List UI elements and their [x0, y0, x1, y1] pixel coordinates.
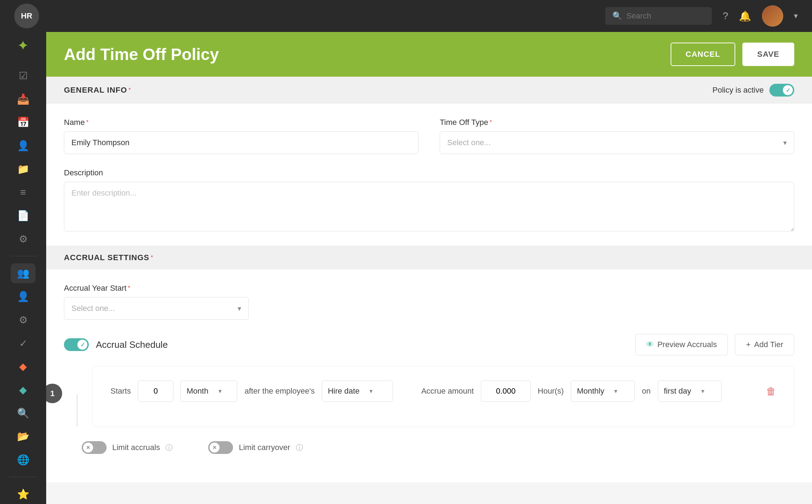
hours-label: Hour(s): [538, 387, 564, 396]
time-off-required: *: [490, 119, 492, 126]
sidebar-item-user2[interactable]: 👤: [11, 287, 36, 307]
topbar-right: 🔍 ? 🔔 ▾: [605, 5, 798, 27]
year-start-select[interactable]: Select one... ▾: [64, 297, 249, 320]
limit-carryover-knob: ✕: [210, 443, 220, 453]
sidebar-item-document[interactable]: 📄: [11, 206, 36, 226]
sidebar-item-search2[interactable]: 🔍: [11, 403, 36, 423]
year-start-chevron-icon: ▾: [231, 304, 248, 313]
check2-icon: ✓: [19, 338, 27, 349]
frequency-chevron-icon: ▾: [610, 387, 622, 395]
after-employee-label: after the employee's: [244, 387, 314, 396]
add-tier-label: Add Tier: [754, 340, 783, 349]
sidebar-divider: [9, 256, 37, 256]
sidebar-item-folder[interactable]: 📁: [11, 159, 36, 179]
add-tier-button[interactable]: + Add Tier: [735, 334, 794, 355]
limit-accruals-label: Limit accruals: [112, 443, 160, 452]
sidebar-item-teal[interactable]: ◆: [11, 380, 36, 400]
sidebar-item-list[interactable]: ≡: [11, 182, 36, 202]
sidebar-item-people[interactable]: 👥: [11, 263, 36, 283]
globe-icon: 🌐: [17, 454, 29, 466]
limit-accruals-knob: ✕: [83, 443, 93, 453]
sidebar-logo[interactable]: ✦: [11, 35, 36, 55]
chevron-down-icon[interactable]: ▾: [794, 11, 798, 21]
sidebar-item-files[interactable]: 📂: [11, 427, 36, 447]
topbar-left: HR: [14, 4, 39, 28]
description-label: Description: [64, 168, 794, 177]
accrual-schedule-row: ✓ Accrual Schedule 👁 Preview Accruals + …: [64, 334, 794, 355]
header-buttons: CANCEL SAVE: [671, 43, 794, 66]
sidebar-item-settings[interactable]: ⚙: [11, 229, 36, 249]
plus-icon: +: [746, 340, 751, 349]
policy-active-toggle[interactable]: ✓: [769, 84, 794, 97]
description-group: Description: [64, 168, 794, 231]
accrual-schedule-toggle[interactable]: ✓: [64, 338, 89, 351]
hire-date-select[interactable]: Hire date ▾: [322, 380, 393, 402]
search-bar[interactable]: 🔍: [605, 7, 712, 25]
limit-accruals-toggle[interactable]: ✕: [82, 441, 107, 454]
delete-tier-button[interactable]: 🗑: [766, 385, 776, 397]
sidebar-item-calendar[interactable]: 📅: [11, 113, 36, 132]
starts-value-input[interactable]: [138, 380, 173, 402]
month-select[interactable]: Month ▾: [180, 380, 237, 402]
name-label: Name: [64, 118, 85, 127]
tier-line: [77, 394, 77, 427]
settings-icon: ⚙: [19, 233, 28, 245]
toggle-knob: ✓: [783, 85, 793, 95]
accrual-toggle-check-icon: ✓: [80, 341, 85, 348]
toggle-check-icon: ✓: [786, 87, 790, 94]
sidebar-item-person[interactable]: 👤: [11, 136, 36, 156]
time-off-type-group: Time Off Type * Select one... ▾: [440, 118, 794, 154]
cancel-button[interactable]: CANCEL: [671, 43, 735, 66]
preview-accruals-button[interactable]: 👁 Preview Accruals: [635, 334, 728, 355]
name-required: *: [86, 119, 88, 126]
accrual-year-row: Accrual Year Start * Select one... ▾: [64, 284, 794, 320]
sidebar-item-inbox[interactable]: 📥: [11, 89, 36, 109]
sidebar-item-check[interactable]: ☑: [11, 66, 36, 86]
save-button[interactable]: SAVE: [742, 43, 794, 66]
sidebar-item-check2[interactable]: ✓: [11, 333, 36, 353]
files-icon: 📂: [17, 431, 29, 442]
gear2-icon: ⚙: [19, 314, 28, 326]
time-off-type-select[interactable]: Select one... ▾: [440, 131, 794, 154]
time-off-label-row: Time Off Type *: [440, 118, 794, 127]
preview-label: Preview Accruals: [657, 340, 717, 349]
hire-date-value: Hire date: [322, 381, 365, 401]
frequency-value: Monthly: [571, 381, 610, 401]
limit-carryover-toggle[interactable]: ✕: [208, 441, 233, 454]
limit-accruals-x-icon: ✕: [86, 445, 90, 450]
day-select[interactable]: first day ▾: [658, 380, 722, 402]
sidebar-item-orange[interactable]: ◆: [11, 357, 36, 377]
sidebar-item-star[interactable]: ⭐: [11, 484, 36, 504]
name-input[interactable]: [64, 131, 418, 154]
avatar[interactable]: [762, 5, 783, 27]
amount-input[interactable]: [481, 380, 531, 402]
document-icon: 📄: [17, 210, 29, 221]
limit-carryover-row: ✕ Limit carryover ⓘ: [208, 441, 303, 454]
year-start-label-row: Accrual Year Start *: [64, 284, 249, 293]
accrual-body: Accrual Year Start * Select one... ▾: [46, 269, 812, 482]
search-input[interactable]: [626, 11, 697, 21]
help-icon[interactable]: ?: [722, 10, 728, 22]
description-input[interactable]: [64, 182, 794, 231]
limit-carryover-info-icon[interactable]: ⓘ: [296, 443, 303, 453]
sidebar-item-globe[interactable]: 🌐: [11, 450, 36, 470]
accrual-title-row: ACCRUAL SETTINGS *: [64, 253, 153, 262]
accrual-year-group: Accrual Year Start * Select one... ▾: [64, 284, 249, 320]
policy-active-label: Policy is active: [713, 86, 764, 95]
sidebar-item-gear2[interactable]: ⚙: [11, 310, 36, 330]
limit-accruals-row: ✕ Limit accruals ⓘ: [82, 441, 173, 454]
sidebar: ✦ ☑ 📥 📅 👤 📁 ≡ 📄 ⚙ 👥 👤: [0, 0, 46, 504]
search-icon: 🔍: [612, 11, 622, 21]
limit-accruals-info-icon[interactable]: ⓘ: [166, 443, 173, 453]
year-start-label: Accrual Year Start: [64, 284, 126, 293]
frequency-select[interactable]: Monthly ▾: [571, 380, 635, 402]
general-info-required: *: [129, 87, 131, 93]
topbar: HR 🔍 ? 🔔 ▾: [0, 0, 812, 32]
bell-icon[interactable]: 🔔: [739, 10, 751, 22]
accrual-schedule-right: 👁 Preview Accruals + Add Tier: [635, 334, 794, 355]
people-icon: 👥: [17, 267, 29, 279]
name-type-row: Name * Time Off Type * Select one... ▾: [64, 118, 794, 154]
page-header: Add Time Off Policy CANCEL SAVE: [46, 32, 812, 77]
name-label-row: Name *: [64, 118, 418, 127]
time-off-chevron-icon: ▾: [776, 138, 794, 147]
